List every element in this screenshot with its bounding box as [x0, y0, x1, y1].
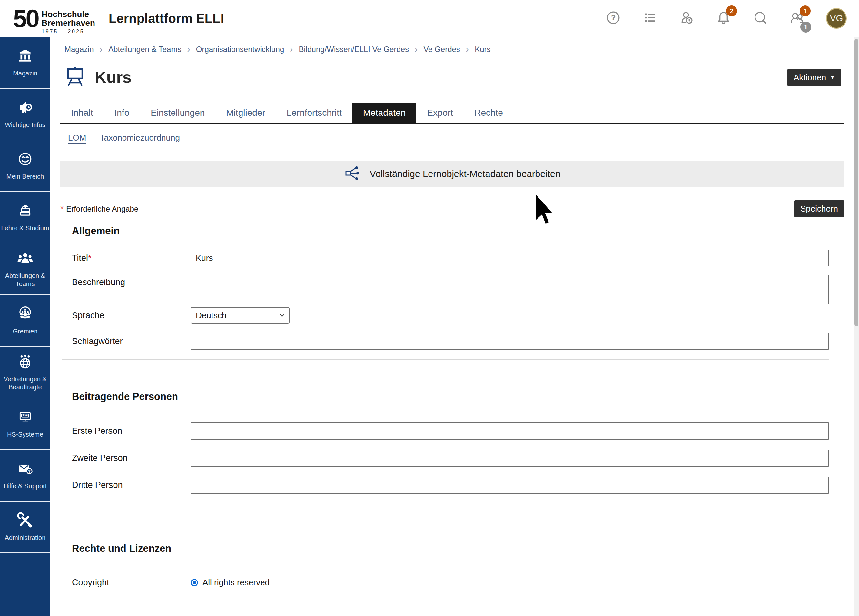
titel-input[interactable]: [191, 250, 829, 266]
copyright-radio[interactable]: [191, 579, 198, 586]
contacts-button[interactable]: 1 1: [789, 11, 805, 26]
copyright-label: Copyright: [60, 578, 191, 588]
bank-icon: [17, 48, 33, 65]
sidebar-item-wichtige-infos[interactable]: Wichtige Infos: [0, 89, 50, 140]
sprache-select[interactable]: Deutsch: [191, 307, 290, 324]
sidebar-item-label: Vertretungen & Beauftragte: [0, 375, 50, 391]
section-divider: [62, 359, 829, 360]
tab-einstellungen[interactable]: Einstellungen: [140, 103, 216, 123]
schlagwoerter-input[interactable]: [191, 333, 829, 350]
hochschule-bremerhaven-logo[interactable]: 50 Hochschule Bremerhaven 1975 – 2025: [13, 4, 95, 34]
subtab-taxonomiezuordnung[interactable]: Taxonomiezuordnung: [100, 133, 180, 143]
sidebar-item-hs-systeme[interactable]: *** HS-Systeme: [0, 398, 50, 450]
help-icon: ?: [606, 10, 621, 27]
vertical-scrollbar[interactable]: [854, 37, 859, 616]
section-divider: [62, 512, 829, 513]
screen: 50 Hochschule Bremerhaven 1975 – 2025 Le…: [0, 0, 859, 616]
sidebar-item-magazin[interactable]: Magazin: [0, 37, 50, 89]
sidebar-item-hilfe-support[interactable]: ? Hilfe & Support: [0, 450, 50, 502]
search-button[interactable]: [753, 11, 768, 26]
people-group-icon: [17, 250, 33, 268]
dritte-person-input[interactable]: [191, 477, 829, 494]
copyright-option-label: All rights reserved: [203, 578, 270, 588]
sidebar-item-label: Administration: [4, 534, 47, 542]
logo-number: 50: [13, 4, 38, 33]
notifications-button[interactable]: 2: [716, 11, 731, 26]
edit-full-metadata-banner[interactable]: Vollständige Lernobjekt-Metadaten bearbe…: [60, 161, 844, 187]
breadcrumb-item[interactable]: Kurs: [475, 45, 490, 54]
logo-line1: Hochschule: [42, 10, 95, 19]
smiley-icon: [17, 151, 33, 168]
erste-person-label: Erste Person: [60, 426, 191, 436]
sprache-select-wrap: Deutsch: [191, 307, 290, 324]
sidebar-item-label: Lehre & Studium: [0, 224, 50, 232]
section-heading-beitragende-personen: Beitragende Personen: [72, 391, 829, 402]
help-button[interactable]: ?: [606, 11, 621, 26]
sidebar-item-administration[interactable]: Administration: [0, 502, 50, 553]
required-asterisk: *: [88, 253, 91, 263]
sidebar-item-vertretungen-beauftragte[interactable]: Vertretungen & Beauftragte: [0, 347, 50, 398]
subtab-lom[interactable]: LOM: [68, 133, 86, 143]
beschreibung-textarea[interactable]: [191, 275, 829, 305]
sidebar-item-mein-bereich[interactable]: Mein Bereich: [0, 140, 50, 192]
tab-info[interactable]: Info: [104, 103, 140, 123]
subtab-bar: LOM Taxonomiezuordnung: [68, 133, 844, 143]
committee-hand-icon: [17, 306, 33, 323]
banner-label: Vollständige Lernobjekt-Metadaten bearbe…: [370, 169, 561, 179]
sidebar-item-label: Gremien: [12, 327, 39, 335]
logo-years: 1975 – 2025: [42, 29, 95, 34]
sidebar-item-lehre-studium[interactable]: Lehre & Studium: [0, 192, 50, 244]
metadata-form: Allgemein Titel* Beschreibung Sprache De…: [60, 225, 829, 588]
main-content: Magazin› Abteilungen & Teams› Organisati…: [50, 37, 859, 616]
sidebar-item-label: Abteilungen & Teams: [0, 272, 50, 288]
logo-line2: Bremerhaven: [42, 19, 95, 27]
save-button[interactable]: Speichern: [794, 200, 844, 217]
breadcrumb: Magazin› Abteilungen & Teams› Organisati…: [64, 44, 844, 55]
tools-icon: [17, 512, 33, 530]
chevron-right-icon: ›: [187, 44, 190, 55]
books-gradcap-icon: [17, 203, 33, 220]
breadcrumb-item[interactable]: Abteilungen & Teams: [108, 45, 181, 54]
tab-rechte[interactable]: Rechte: [464, 103, 514, 123]
avatar[interactable]: VG: [826, 8, 847, 29]
zweite-person-input[interactable]: [191, 450, 829, 467]
beschreibung-label: Beschreibung: [60, 275, 191, 288]
mail-question-icon: ?: [17, 461, 33, 478]
schlagwoerter-label: Schlagwörter: [60, 336, 191, 346]
course-icon: [66, 67, 84, 88]
sidebar-item-abteilungen-teams[interactable]: Abteilungen & Teams: [0, 244, 50, 295]
section-heading-allgemein: Allgemein: [72, 225, 829, 237]
top-header: 50 Hochschule Bremerhaven 1975 – 2025 Le…: [0, 0, 859, 37]
tab-export[interactable]: Export: [416, 103, 464, 123]
tab-metadaten[interactable]: Metadaten: [353, 103, 416, 123]
breadcrumb-item[interactable]: Ve Gerdes: [423, 45, 460, 54]
scrollbar-thumb[interactable]: [854, 39, 858, 326]
chevron-right-icon: ›: [290, 44, 293, 55]
breadcrumb-item[interactable]: Magazin: [64, 45, 94, 54]
person-alert-icon: [679, 10, 694, 27]
tab-lernfortschritt[interactable]: Lernfortschritt: [276, 103, 353, 123]
actions-button[interactable]: Aktionen ▼: [787, 69, 841, 86]
required-hint: *Erforderliche Angabe: [60, 204, 138, 214]
header-icon-bar: ? 2: [606, 8, 847, 29]
megaphone-icon: [17, 99, 33, 117]
main-sidebar: Magazin Wichtige Infos Mein Bereich Lehr…: [0, 37, 50, 616]
sidebar-item-label: Mein Bereich: [5, 172, 45, 181]
svg-text:?: ?: [28, 469, 31, 474]
actions-button-label: Aktionen: [793, 73, 826, 83]
breadcrumb-item[interactable]: Organisationsentwicklung: [196, 45, 284, 54]
tab-mitglieder[interactable]: Mitglieder: [216, 103, 276, 123]
erste-person-input[interactable]: [191, 422, 829, 439]
list-icon: [643, 10, 658, 27]
globe-people-icon: [17, 353, 33, 371]
breadcrumb-item[interactable]: Bildung/Wissen/ELLI Ve Gerdes: [299, 45, 409, 54]
sidebar-item-gremien[interactable]: Gremien: [0, 295, 50, 347]
sprache-label: Sprache: [60, 311, 191, 321]
online-users-button[interactable]: [679, 11, 695, 26]
sidebar-item-label: Hilfe & Support: [3, 482, 48, 490]
todo-list-button[interactable]: [642, 11, 658, 26]
tab-bar: Inhalt Info Einstellungen Mitglieder Ler…: [60, 103, 844, 125]
tab-inhalt[interactable]: Inhalt: [60, 103, 104, 123]
sidebar-item-label: HS-Systeme: [6, 430, 44, 439]
app-title: Lernplattform ELLI: [109, 11, 224, 26]
